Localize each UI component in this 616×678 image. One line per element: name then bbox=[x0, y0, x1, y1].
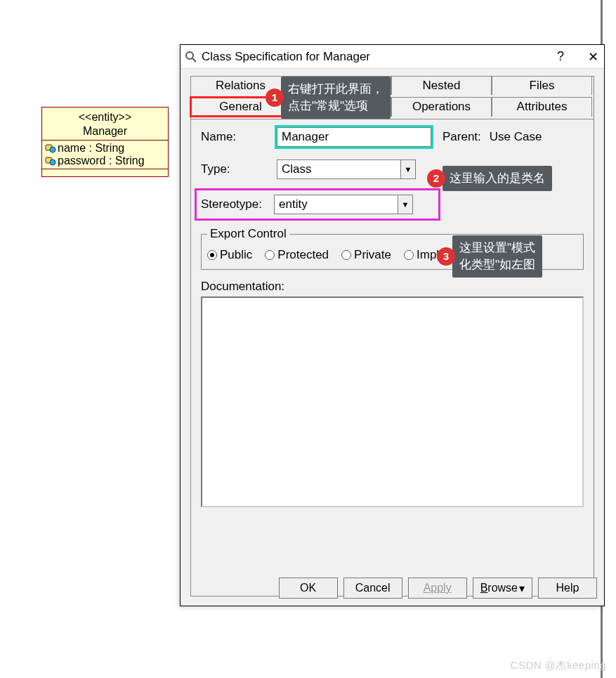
tab-container: Relations Components Nested Files Genera… bbox=[190, 76, 594, 119]
radio-icon bbox=[265, 250, 275, 260]
tab-nested[interactable]: Nested bbox=[391, 76, 492, 95]
uml-attr-text: password : String bbox=[58, 155, 145, 167]
apply-button[interactable]: Apply bbox=[408, 578, 467, 599]
close-button[interactable]: ✕ bbox=[586, 49, 600, 65]
ok-button[interactable]: OK bbox=[279, 578, 338, 599]
magnifier-icon bbox=[185, 51, 197, 63]
radio-icon bbox=[341, 250, 351, 260]
help-button[interactable]: ? bbox=[553, 49, 568, 65]
stereotype-value[interactable] bbox=[274, 195, 398, 214]
svg-line-5 bbox=[192, 58, 196, 62]
uml-operations-empty bbox=[42, 169, 168, 176]
tab-attributes[interactable]: Attributes bbox=[492, 97, 592, 117]
callout-1: 1 右键打开此界面， 点击"常规"选项 bbox=[266, 77, 391, 119]
uml-class-header: <<entity>> Manager bbox=[42, 107, 168, 141]
parent-value: Use Case bbox=[490, 130, 542, 144]
browse-button[interactable]: Browse▾ bbox=[473, 578, 532, 599]
svg-point-1 bbox=[50, 147, 55, 152]
radio-protected[interactable]: Protected bbox=[265, 248, 329, 262]
uml-class-name: Manager bbox=[42, 124, 168, 138]
uml-attr-text: name : String bbox=[58, 142, 124, 155]
chevron-down-icon[interactable]: ▼ bbox=[400, 159, 416, 179]
name-input[interactable] bbox=[277, 127, 431, 147]
cancel-button[interactable]: Cancel bbox=[343, 578, 402, 599]
watermark: CSDN @杰keeping bbox=[511, 659, 606, 672]
attribute-icon bbox=[45, 156, 56, 166]
uml-stereotype: <<entity>> bbox=[42, 110, 168, 124]
parent-label: Parent: bbox=[443, 130, 481, 144]
export-control-label: Export Control bbox=[207, 227, 289, 241]
documentation-label: Documentation: bbox=[201, 280, 584, 294]
chevron-down-icon: ▾ bbox=[519, 582, 525, 595]
callout-number: 1 bbox=[266, 89, 284, 107]
svg-point-4 bbox=[186, 52, 193, 59]
callout-text: 这里输入的是类名 bbox=[443, 166, 552, 191]
callout-2: 2 这里输入的是类名 bbox=[427, 166, 552, 191]
chevron-down-icon[interactable]: ▼ bbox=[398, 195, 413, 214]
radio-icon bbox=[404, 250, 414, 260]
tab-files[interactable]: Files bbox=[492, 76, 592, 95]
uml-attribute-row: password : String bbox=[45, 155, 165, 167]
uml-attributes: name : String password : String bbox=[42, 141, 168, 169]
class-spec-dialog: Class Specification for Manager ? ✕ Rela… bbox=[180, 44, 605, 606]
callout-number: 3 bbox=[437, 247, 455, 266]
radio-private[interactable]: Private bbox=[341, 248, 391, 262]
uml-class-box: <<entity>> Manager name : String passwor… bbox=[41, 107, 169, 177]
callout-text: 这里设置"模式 化类型"如左图 bbox=[452, 235, 542, 278]
svg-point-3 bbox=[50, 159, 55, 165]
attribute-icon bbox=[45, 143, 56, 153]
help-button[interactable]: Help bbox=[538, 578, 597, 599]
stereotype-label: Stereotype: bbox=[201, 197, 274, 211]
type-value[interactable] bbox=[277, 159, 400, 179]
dialog-title: Class Specification for Manager bbox=[202, 50, 553, 64]
callout-3: 3 这里设置"模式 化类型"如左图 bbox=[437, 235, 542, 278]
documentation-textarea[interactable] bbox=[201, 296, 584, 507]
name-label: Name: bbox=[201, 130, 277, 144]
type-combo[interactable]: ▼ bbox=[277, 159, 416, 179]
stereotype-combo[interactable]: ▼ bbox=[274, 195, 413, 214]
type-label: Type: bbox=[201, 162, 277, 176]
dialog-titlebar[interactable]: Class Specification for Manager ? ✕ bbox=[181, 45, 604, 69]
radio-public[interactable]: Public bbox=[207, 248, 252, 262]
tab-operations[interactable]: Operations bbox=[391, 97, 492, 117]
callout-number: 2 bbox=[427, 169, 445, 188]
uml-attribute-row: name : String bbox=[45, 142, 165, 155]
callout-text: 右键打开此界面， 点击"常规"选项 bbox=[281, 77, 391, 119]
radio-icon bbox=[207, 250, 217, 260]
button-bar: OK Cancel Apply Browse▾ Help bbox=[181, 578, 604, 599]
